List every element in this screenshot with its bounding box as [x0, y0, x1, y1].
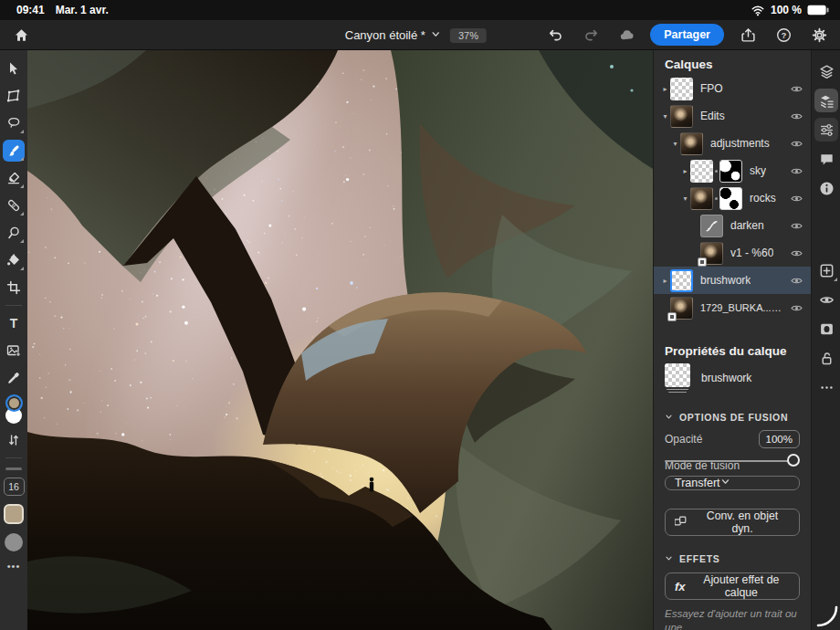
layer-row[interactable]: ▾Edits: [654, 102, 811, 130]
layer-row[interactable]: 1729_BURKA...anced-NR33: [654, 294, 811, 321]
healing-tool[interactable]: [3, 194, 25, 216]
canvas-artwork[interactable]: [27, 50, 653, 630]
options-drag-handle[interactable]: [5, 467, 22, 470]
layer-visibility-eye-icon[interactable]: [791, 138, 803, 150]
properties-layer-thumbnail: [665, 363, 692, 393]
battery-level: 100 %: [771, 4, 802, 16]
top-toolbar: Canyon étoilé * 37% Partager ?: [0, 20, 840, 50]
adjustments-icon[interactable]: [814, 118, 838, 142]
disclosure-triangle-icon[interactable]: ▾: [670, 140, 680, 148]
chevron-down-icon: [665, 412, 673, 423]
more-options-icon[interactable]: [814, 375, 838, 399]
zoom-level-badge[interactable]: 37%: [450, 28, 487, 43]
corner-gesture-indicator: [816, 605, 838, 627]
layer-visibility-eye-icon[interactable]: [791, 247, 803, 259]
brush-opacity-control[interactable]: [5, 533, 23, 551]
clone-stamp-tool[interactable]: [3, 222, 25, 244]
svg-text:?: ?: [781, 30, 786, 39]
layer-visibility-eye-icon[interactable]: [791, 302, 803, 314]
layer-name: FPO: [700, 82, 723, 95]
smart-object-badge: [667, 312, 677, 321]
convert-smart-object-button[interactable]: Conv. en objet dyn.: [665, 509, 800, 536]
info-icon[interactable]: [814, 176, 838, 200]
layer-name: Edits: [700, 110, 725, 122]
layer-row[interactable]: ▾rocks: [654, 184, 811, 212]
layer-thumbnail: [690, 160, 713, 183]
layer-row[interactable]: ▸FPO: [654, 75, 811, 102]
layer-row[interactable]: ▾adjustments: [654, 130, 811, 157]
photoshop-ipad-app: 09:41 Mar. 1 avr. 100 % Canyon étoilé * …: [0, 0, 840, 630]
disclosure-triangle-icon[interactable]: ▾: [660, 112, 670, 121]
crop-tool[interactable]: [3, 277, 25, 299]
layer-visibility-eye-icon[interactable]: [791, 193, 803, 205]
type-tool[interactable]: T: [3, 312, 25, 334]
layer-row[interactable]: v1 - %60: [654, 239, 811, 267]
layer-row[interactable]: ▸brushwork: [654, 267, 811, 294]
mask-link-dot: [715, 197, 718, 200]
color-chips[interactable]: [5, 394, 23, 424]
fill-tool[interactable]: [3, 249, 25, 271]
effects-hint-text: Essayez d'ajouter un trait ou une: [654, 604, 811, 630]
layer-visibility-eye-icon[interactable]: [791, 165, 803, 177]
layer-name: brushwork: [700, 274, 751, 287]
document-title-menu[interactable]: Canyon étoilé *: [345, 28, 441, 42]
place-photo-tool[interactable]: [3, 340, 25, 362]
disclosure-triangle-icon[interactable]: ▾: [680, 194, 690, 203]
swap-colors-icon[interactable]: [3, 429, 25, 451]
brush-size-value[interactable]: 16: [4, 478, 25, 496]
move-tool[interactable]: [3, 58, 25, 79]
cloud-sync-icon[interactable]: [614, 23, 638, 47]
add-layer-effect-button[interactable]: fx Ajouter effet de calque: [665, 572, 800, 600]
export-icon[interactable]: [736, 23, 760, 47]
layers-panel-icon[interactable]: [814, 59, 838, 83]
layer-properties-icon[interactable]: [814, 89, 838, 112]
disclosure-triangle-icon[interactable]: ▸: [660, 277, 670, 285]
layers-list: ▸FPO▾Edits▾adjustments▸sky▾rocksdarkenv1…: [654, 75, 811, 321]
layer-row[interactable]: darken: [654, 212, 811, 239]
foreground-color-chip[interactable]: [5, 394, 23, 412]
help-icon[interactable]: ?: [772, 23, 795, 47]
transform-tool[interactable]: [3, 85, 25, 107]
effects-header[interactable]: EFFETS: [654, 547, 811, 569]
more-tool-options-icon[interactable]: •••: [7, 561, 21, 572]
layer-mask-thumbnail: [719, 187, 742, 210]
layer-row[interactable]: ▸sky: [654, 157, 811, 184]
disclosure-triangle-icon[interactable]: ▸: [680, 167, 690, 175]
layer-visibility-eye-icon[interactable]: [791, 83, 803, 95]
opacity-label: Opacité: [665, 433, 702, 446]
opacity-slider-knob[interactable]: [787, 454, 800, 467]
undo-button[interactable]: [543, 23, 567, 47]
brush-tool[interactable]: [3, 140, 25, 162]
blend-mode-select[interactable]: Transfert: [665, 476, 800, 490]
share-button[interactable]: Partager: [650, 24, 724, 46]
chevron-down-icon: [720, 477, 730, 489]
eyedropper-tool[interactable]: [3, 367, 25, 389]
comment-icon[interactable]: [814, 147, 838, 171]
disclosure-triangle-icon[interactable]: ▸: [660, 85, 670, 93]
mask-link-dot: [715, 170, 718, 173]
layer-name: adjustments: [710, 137, 770, 150]
add-layer-icon[interactable]: [814, 258, 838, 282]
chevron-down-icon: [431, 28, 441, 42]
layer-visibility-eye-icon[interactable]: [791, 275, 803, 287]
layer-thumbnail: [700, 242, 723, 265]
mask-icon[interactable]: [814, 317, 838, 341]
redo-button[interactable]: [579, 23, 603, 47]
blend-options-header[interactable]: OPTIONS DE FUSION: [654, 405, 811, 427]
layer-visibility-eye-icon[interactable]: [791, 110, 803, 122]
layer-visibility-icon[interactable]: [814, 288, 838, 311]
toolbar-divider: [5, 457, 22, 458]
panel-rail: [811, 50, 840, 630]
eraser-tool[interactable]: [3, 167, 25, 189]
home-button[interactable]: [9, 23, 33, 47]
opacity-value[interactable]: 100%: [759, 430, 800, 448]
lock-icon[interactable]: [814, 346, 838, 370]
brush-color-swatch[interactable]: [4, 504, 24, 524]
layer-name: sky: [750, 164, 766, 177]
tool-bar: T16•••: [0, 50, 27, 630]
layer-visibility-eye-icon[interactable]: [791, 220, 803, 232]
smart-object-icon: [675, 515, 688, 530]
layer-thumbnail: [690, 187, 713, 210]
settings-gear-icon[interactable]: [807, 23, 831, 47]
lasso-select-tool[interactable]: [3, 112, 25, 134]
